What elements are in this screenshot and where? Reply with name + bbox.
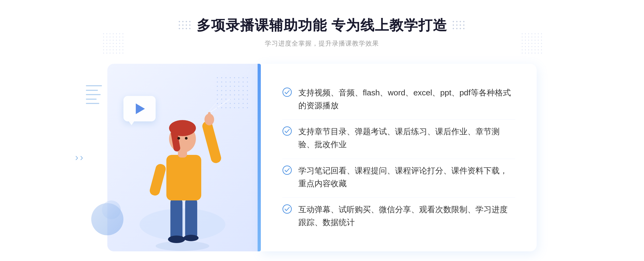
header-section: 多项录播课辅助功能 专为线上教学打造 学习进度全掌握，提升录播课教学效果 bbox=[179, 16, 465, 48]
feature-item-3: 学习笔记回看、课程提问、课程评论打分、课件资料下载，重点内容收藏 bbox=[282, 159, 515, 195]
check-icon-2 bbox=[282, 126, 292, 136]
svg-rect-2 bbox=[170, 198, 182, 241]
chevron-icon-2: › bbox=[80, 152, 83, 163]
svg-point-13 bbox=[177, 137, 180, 140]
feature-item-4: 互动弹幕、试听购买、微信分享、观看次数限制、学习进度跟踪、数据统计 bbox=[282, 197, 515, 234]
feature-item-2: 支持章节目录、弹题考试、课后练习、课后作业、章节测验、批改作业 bbox=[282, 120, 515, 156]
svg-rect-7 bbox=[201, 120, 222, 164]
feature-text-3: 学习笔记回看、课程提问、课程评论打分、课件资料下载，重点内容收藏 bbox=[298, 164, 515, 190]
feature-text-4: 互动弹幕、试听购买、微信分享、观看次数限制、学习进度跟踪、数据统计 bbox=[298, 203, 515, 229]
deco-lines bbox=[86, 85, 102, 104]
feature-text-2: 支持章节目录、弹题考试、课后练习、课后作业、章节测验、批改作业 bbox=[298, 125, 515, 151]
page-subtitle: 学习进度全掌握，提升录播课教学效果 bbox=[179, 39, 465, 48]
svg-line-17 bbox=[211, 99, 231, 112]
features-panel: 支持视频、音频、flash、word、excel、ppt、pdf等各种格式的资源… bbox=[261, 64, 537, 251]
left-chevrons-decoration: › › bbox=[75, 152, 83, 163]
blue-accent-bar bbox=[258, 64, 261, 251]
content-area: › › bbox=[107, 64, 537, 251]
decoration-dots-left bbox=[179, 21, 191, 30]
check-icon-3 bbox=[282, 165, 292, 175]
svg-rect-16 bbox=[208, 112, 211, 121]
svg-point-22 bbox=[283, 205, 291, 213]
svg-line-18 bbox=[209, 96, 225, 111]
feature-text-1: 支持视频、音频、flash、word、excel、ppt、pdf等各种格式的资源… bbox=[298, 86, 515, 112]
svg-rect-6 bbox=[166, 155, 201, 200]
figure-illustration bbox=[129, 96, 236, 251]
decoration-dots-right bbox=[453, 21, 465, 30]
svg-rect-3 bbox=[185, 198, 197, 239]
svg-point-19 bbox=[283, 88, 291, 96]
page-container: 多项录播课辅助功能 专为线上教学打造 学习进度全掌握，提升录播课教学效果 › › bbox=[0, 0, 644, 261]
illustration-container: › › bbox=[107, 64, 258, 251]
svg-point-21 bbox=[283, 166, 291, 174]
page-title: 多项录播课辅助功能 专为线上教学打造 bbox=[197, 16, 447, 35]
svg-point-1 bbox=[156, 241, 209, 251]
svg-point-4 bbox=[168, 236, 185, 243]
check-icon-1 bbox=[282, 87, 292, 97]
svg-point-14 bbox=[185, 137, 188, 140]
header-decorators: 多项录播课辅助功能 专为线上教学打造 bbox=[179, 16, 465, 35]
svg-point-5 bbox=[184, 235, 199, 241]
svg-rect-8 bbox=[149, 163, 167, 197]
content-panel-wrapper: 支持视频、音频、flash、word、excel、ppt、pdf等各种格式的资源… bbox=[258, 64, 537, 251]
svg-point-20 bbox=[283, 127, 291, 135]
chevron-icon-1: › bbox=[75, 152, 78, 163]
feature-item-1: 支持视频、音频、flash、word、excel、ppt、pdf等各种格式的资源… bbox=[282, 81, 515, 117]
check-icon-4 bbox=[282, 204, 292, 214]
deco-circle-small bbox=[102, 200, 121, 219]
